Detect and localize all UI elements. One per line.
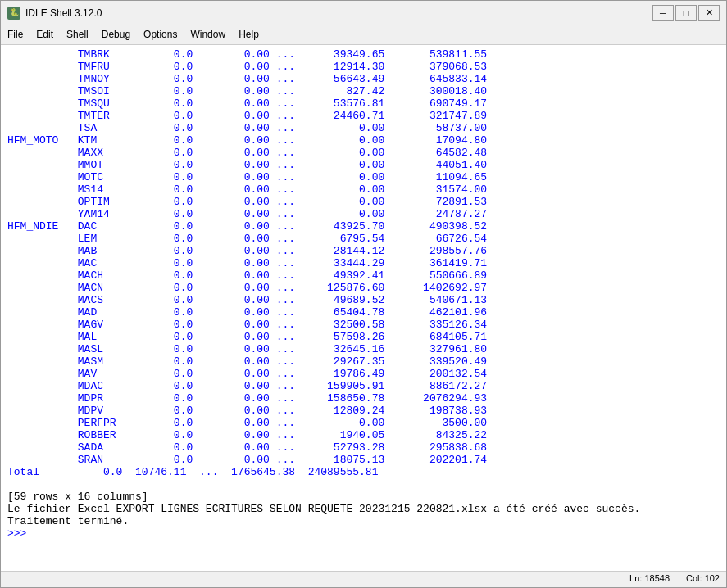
- main-window: 🐍 IDLE Shell 3.12.0 ─ □ ✕ File Edit Shel…: [0, 0, 727, 588]
- menu-options[interactable]: Options: [137, 27, 184, 43]
- output-area[interactable]: TMBRK 0.0 0.00 ... 39349.65 539811.55 TM…: [1, 45, 726, 571]
- menu-shell[interactable]: Shell: [60, 27, 95, 43]
- menu-help[interactable]: Help: [232, 27, 266, 43]
- menu-file[interactable]: File: [1, 27, 30, 43]
- minimize-button[interactable]: ─: [652, 5, 674, 21]
- maximize-button[interactable]: □: [675, 5, 697, 21]
- menu-bar: File Edit Shell Debug Options Window Hel…: [1, 25, 726, 45]
- menu-debug[interactable]: Debug: [95, 27, 137, 43]
- menu-edit[interactable]: Edit: [30, 27, 60, 43]
- window-title: IDLE Shell 3.12.0: [25, 7, 652, 19]
- menu-window[interactable]: Window: [184, 27, 232, 43]
- title-bar: 🐍 IDLE Shell 3.12.0 ─ □ ✕: [1, 1, 726, 25]
- line-number: Ln: 18548: [629, 573, 670, 586]
- status-bar: Ln: 18548 Col: 102: [1, 571, 726, 587]
- status-info: Ln: 18548 Col: 102: [629, 573, 720, 586]
- col-number: Col: 102: [686, 573, 720, 586]
- shell-content: TMBRK 0.0 0.00 ... 39349.65 539811.55 TM…: [1, 45, 726, 571]
- app-icon: 🐍: [7, 7, 20, 20]
- window-controls: ─ □ ✕: [652, 5, 720, 21]
- close-button[interactable]: ✕: [698, 5, 720, 21]
